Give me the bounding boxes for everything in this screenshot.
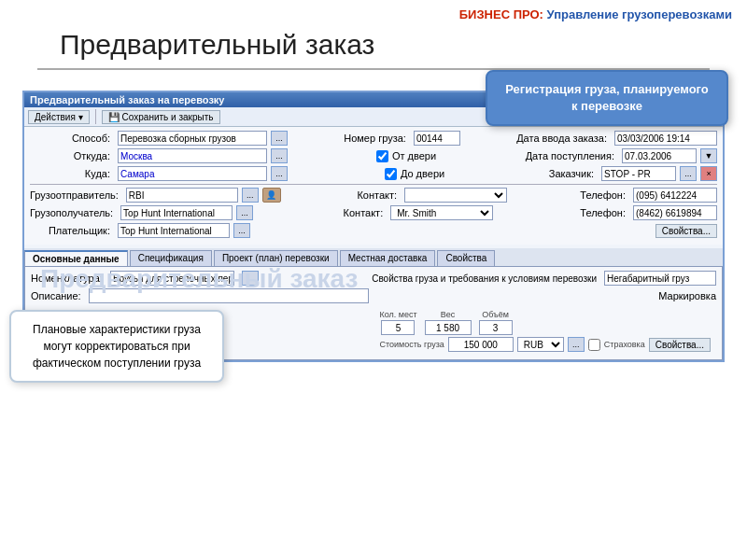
gruzopoluchatel-input[interactable] (120, 205, 233, 220)
ot-dveri-checkbox[interactable] (376, 150, 388, 162)
platelshhik-label: Плательщик: (30, 225, 114, 236)
nomer-label: Номер груза: (344, 133, 410, 144)
kontakt2-label: Контакт: (340, 207, 387, 218)
form-row-platelshhik: Плательщик: ... Свойства... (30, 223, 717, 238)
tab-svoistva[interactable]: Свойства (437, 250, 495, 266)
gruzopoluchatel-select-button[interactable]: ... (236, 205, 253, 220)
nomenklatura-label: Номенклатура: (31, 273, 103, 284)
otkuda-input[interactable] (118, 148, 267, 163)
kuda-label: Куда: (30, 168, 114, 179)
telefon2-label: Телефон: (580, 207, 629, 218)
telefon1-label: Телефон: (580, 189, 629, 201)
ves-group: Вес (425, 310, 472, 335)
zakazchik-input[interactable] (601, 166, 676, 181)
kol-mest-group: Кол. мест (379, 310, 416, 335)
data-postuplenia-label: Дата поступления: (525, 150, 618, 161)
form-row-kuda: Куда: ... До двери Заказчик: ... × (30, 166, 717, 181)
sposob-input[interactable] (118, 131, 267, 146)
window-title: Предварительный заказ на перевозку (30, 94, 224, 105)
data-vvoda-label: Дата ввода заказа: (516, 133, 611, 144)
otkuda-label: Откуда: (30, 150, 114, 161)
zakazchik-select-button[interactable]: ... (680, 166, 697, 181)
header-title: БИЗНЕС ПРО: Управление грузоперевозками (459, 7, 732, 21)
strakhovka-label: Страховка (604, 340, 645, 349)
form-row-gruzootpravitel: Грузоотправитель: ... 👤 Контакт: Телефон… (30, 188, 717, 203)
data-postuplenia-picker[interactable]: ▼ (700, 148, 717, 163)
gruzootpravitel-person-icon[interactable]: 👤 (262, 188, 281, 203)
form-row-gruzopoluchatel: Грузополучатель: ... Контакт: Mr. Smith … (30, 205, 717, 220)
tab-proekt[interactable]: Проект (план) перевозки (214, 250, 338, 266)
kuda-select-button[interactable]: ... (271, 166, 288, 181)
opisanie-row: Описание: Маркировка (31, 288, 716, 303)
svoistva-tab-button[interactable]: Свойства... (649, 338, 711, 352)
brand-text: БИЗНЕС ПРО: (459, 7, 543, 21)
tab-specifikaciya[interactable]: Спецификация (130, 250, 212, 266)
telefon2-input[interactable] (633, 205, 717, 220)
svoistva-input[interactable] (604, 271, 716, 286)
nomer-input[interactable] (414, 131, 460, 146)
obem-input[interactable] (479, 320, 513, 335)
obem-group: Объём (479, 310, 513, 335)
do-dveri-label: До двери (401, 168, 444, 179)
tooltip-registration: Регистрация груза, планируемого к перево… (486, 70, 728, 126)
ves-label: Вес (441, 310, 456, 319)
platelshhik-input[interactable] (118, 223, 230, 238)
kontakt1-select[interactable] (404, 188, 507, 203)
kontakt1-label: Контакт: (354, 189, 401, 201)
nomenklatura-input[interactable] (110, 271, 234, 286)
gruzopoluchatel-label: Грузополучатель: (30, 207, 117, 218)
subtitle-text: Управление грузоперевозками (547, 7, 732, 21)
gruzootpravitel-input[interactable] (126, 188, 238, 203)
currency-select[interactable]: RUB (517, 337, 564, 352)
form-row-otkuda: Откуда: ... От двери Дата поступления: ▼ (30, 148, 717, 163)
zakazchik-clear-button[interactable]: × (700, 166, 717, 181)
sposob-select-button[interactable]: ... (271, 131, 288, 146)
opisanie-input[interactable] (89, 288, 369, 303)
main-content: Регистрация груза, планируемого к перево… (0, 70, 747, 373)
obem-label: Объём (482, 310, 509, 319)
svoistva-label: Свойства груза и требования к условиям п… (372, 273, 597, 284)
otkuda-select-button[interactable]: ... (271, 148, 288, 163)
stoimost-label: Стоимость груза (379, 340, 444, 349)
currency-select-button[interactable]: ... (568, 337, 585, 352)
tabs-bar: Основные данные Спецификация Проект (пла… (24, 248, 723, 267)
ot-dveri-label: От двери (392, 150, 436, 161)
save-close-button[interactable]: 💾 Сохранить и закрыть (102, 110, 220, 124)
tab-osnovnye[interactable]: Основные данные (24, 250, 128, 266)
ves-input[interactable] (425, 320, 472, 335)
data-vvoda-input[interactable] (614, 131, 717, 146)
strakhovka-checkbox[interactable] (588, 339, 600, 351)
kuda-input[interactable] (118, 166, 267, 181)
platelshhik-select-button[interactable]: ... (233, 223, 250, 238)
nomenklatura-row: Номенклатура: ... Свойства груза и требо… (31, 271, 716, 286)
nomenklatura-select-button[interactable]: ... (242, 271, 259, 286)
gruzootpravitel-label: Грузоотправитель: (30, 189, 122, 201)
tab-mestnaya[interactable]: Местная доставка (340, 250, 436, 266)
kol-mest-label: Кол. мест (379, 310, 416, 319)
opisanie-label: Описание: (31, 290, 81, 301)
do-dveri-checkbox[interactable] (385, 168, 397, 180)
page-title: Предварительный заказ (37, 25, 710, 70)
header: БИЗНЕС ПРО: Управление грузоперевозками (0, 0, 747, 25)
form-area: Способ: ... Номер груза: Дата ввода зака… (24, 127, 723, 245)
telefon1-input[interactable] (633, 188, 717, 203)
svoistva-platelshhik-button[interactable]: Свойства... (655, 224, 717, 238)
sposob-label: Способ: (30, 133, 114, 144)
gruzootpravitel-select-button[interactable]: ... (242, 188, 259, 203)
tooltip-planovye: Плановые характеристики груза могут корр… (9, 310, 224, 383)
actions-menu-button[interactable]: Действия ▾ (28, 110, 90, 124)
toolbar-separator (95, 109, 96, 124)
kol-mest-input[interactable] (381, 320, 415, 335)
data-postuplenia-input[interactable] (622, 148, 697, 163)
markirovka-label: Маркировка (658, 290, 716, 301)
form-row-sposob: Способ: ... Номер груза: Дата ввода зака… (30, 131, 717, 146)
kontakt2-select[interactable]: Mr. Smith (390, 205, 493, 220)
stoimost-input[interactable] (448, 337, 514, 352)
zakazchik-label: Заказчик: (542, 168, 598, 179)
